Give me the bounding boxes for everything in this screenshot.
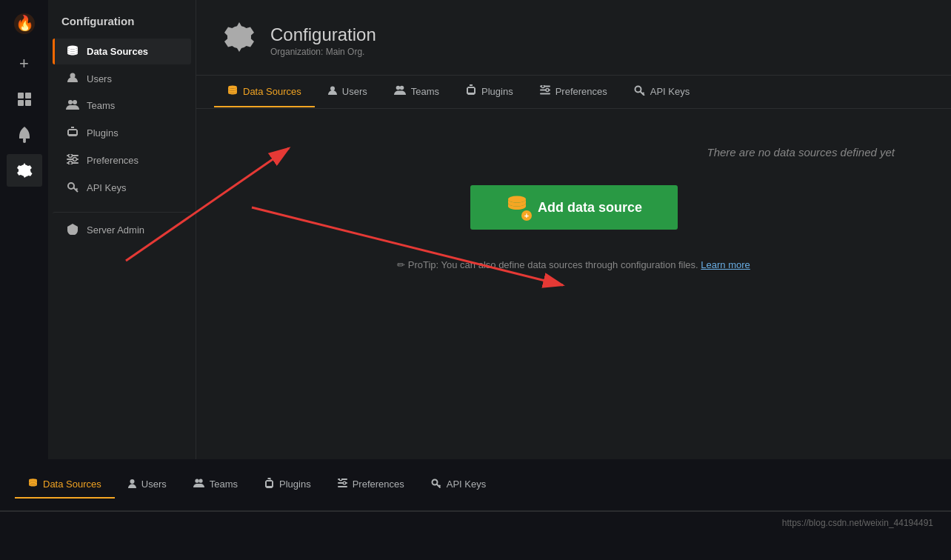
- user-icon: [66, 72, 79, 85]
- sidebar-label-preferences: Preferences: [87, 155, 139, 166]
- svg-rect-5: [25, 100, 31, 106]
- sidebar-label-api-keys: API Keys: [87, 182, 126, 193]
- tab-label-data-sources: Data Sources: [243, 86, 301, 97]
- tab-datasources-icon: [227, 85, 238, 97]
- sidebar-item-api-keys[interactable]: API Keys: [53, 174, 191, 201]
- svg-point-11: [73, 100, 77, 104]
- sidebar-item-users[interactable]: Users: [53, 65, 191, 92]
- bottom-tab-plugins-icon: [264, 478, 274, 490]
- tab-label-plugins: Plugins: [481, 86, 513, 97]
- plus-badge: +: [521, 210, 532, 221]
- plugins-icon: [66, 126, 79, 140]
- dashboards-icon[interactable]: [7, 83, 42, 116]
- svg-rect-3: [25, 93, 31, 99]
- tab-preferences[interactable]: Preferences: [527, 76, 621, 107]
- page-header: Configuration Organization: Main Org.: [196, 0, 951, 76]
- tab-api-keys-icon: [634, 84, 645, 98]
- svg-point-41: [343, 481, 346, 484]
- svg-point-16: [73, 158, 77, 161]
- bottom-tab-label-teams: Teams: [210, 479, 238, 490]
- svg-point-36: [198, 479, 202, 483]
- tab-teams[interactable]: Teams: [381, 76, 453, 107]
- svg-point-10: [68, 100, 73, 104]
- svg-rect-2: [18, 93, 24, 99]
- database-icon: [66, 45, 79, 58]
- svg-point-27: [546, 89, 549, 92]
- add-datasource-button[interactable]: + Add data source: [470, 185, 678, 230]
- tab-preferences-icon: [540, 85, 550, 97]
- sidebar-item-preferences[interactable]: Preferences: [53, 147, 191, 173]
- sidebar-label-users: Users: [87, 73, 112, 84]
- svg-point-29: [508, 196, 526, 203]
- svg-point-17: [69, 161, 73, 165]
- bottom-tab-api-keys[interactable]: API Keys: [418, 470, 499, 499]
- main-content: Configuration Organization: Main Org. Da…: [196, 0, 951, 459]
- page-subtitle: Organization: Main Org.: [270, 47, 376, 57]
- svg-point-33: [29, 479, 37, 481]
- server-admin-icon: [66, 223, 79, 237]
- new-icon[interactable]: +: [7, 47, 42, 80]
- bottom-tab-users[interactable]: Users: [115, 471, 180, 499]
- svg-rect-4: [18, 100, 24, 106]
- alerting-icon[interactable]: [7, 119, 42, 151]
- url-text: https://blog.csdn.net/weixin_44194491: [782, 518, 933, 528]
- tabs-bar: Data Sources Users Teams: [196, 76, 951, 109]
- bottom-tab-plugins[interactable]: Plugins: [251, 470, 324, 499]
- svg-point-22: [399, 86, 404, 90]
- bottom-tab-users-icon: [128, 479, 136, 490]
- svg-point-28: [635, 87, 641, 93]
- tab-plugins-icon: [466, 84, 476, 98]
- sidebar-label-server-admin: Server Admin: [87, 224, 144, 236]
- bottom-tab-teams[interactable]: Teams: [180, 471, 251, 499]
- svg-text:🔥: 🔥: [15, 14, 33, 32]
- tab-plugins[interactable]: Plugins: [453, 76, 527, 108]
- sidebar-label-teams: Teams: [87, 100, 115, 111]
- sidebar-label-plugins: Plugins: [87, 127, 119, 139]
- bottom-tab-preferences[interactable]: Preferences: [324, 471, 418, 499]
- svg-point-20: [330, 86, 335, 90]
- tab-label-users: Users: [342, 86, 367, 97]
- page-title: Configuration: [270, 24, 376, 45]
- sidebar-item-teams[interactable]: Teams: [53, 93, 191, 119]
- logo-icon[interactable]: 🔥: [7, 7, 42, 40]
- tab-label-teams: Teams: [411, 86, 439, 97]
- svg-point-15: [69, 154, 73, 158]
- svg-point-8: [67, 46, 78, 50]
- sub-sidebar: Configuration Data Sources Users: [48, 0, 196, 459]
- tab-data-sources[interactable]: Data Sources: [214, 76, 315, 107]
- svg-point-19: [228, 86, 237, 89]
- bottom-tab-label-users: Users: [141, 479, 167, 490]
- svg-point-21: [396, 86, 400, 90]
- tab-teams-icon: [394, 85, 406, 97]
- protip-text: ✏ ProTip: You can also define data sourc…: [397, 259, 750, 270]
- learn-more-link[interactable]: Learn more: [701, 259, 750, 270]
- content-area: There are no data sources defined yet + …: [196, 109, 951, 293]
- bottom-tab-label-preferences: Preferences: [353, 479, 404, 490]
- preferences-icon: [66, 154, 79, 167]
- svg-point-26: [541, 85, 544, 88]
- svg-rect-39: [338, 486, 347, 487]
- protip-message: ✏ ProTip: You can also define data sourc…: [397, 259, 698, 270]
- tab-users-icon: [328, 85, 337, 98]
- sidebar-item-server-admin[interactable]: Server Admin: [53, 212, 191, 244]
- url-bar: https://blog.csdn.net/weixin_44194491: [0, 512, 951, 534]
- tab-users[interactable]: Users: [315, 76, 381, 108]
- bottom-tab-api-icon: [431, 478, 441, 490]
- svg-point-42: [432, 480, 437, 485]
- sidebar-item-data-sources[interactable]: Data Sources: [53, 39, 191, 64]
- page-header-text: Configuration Organization: Main Org.: [270, 24, 376, 57]
- tab-api-keys[interactable]: API Keys: [621, 76, 703, 108]
- bottom-tab-label-api-keys: API Keys: [447, 479, 486, 490]
- bottom-tab-data-sources[interactable]: Data Sources: [15, 471, 115, 499]
- add-datasource-icon: +: [505, 196, 529, 219]
- configuration-icon[interactable]: [7, 154, 42, 187]
- add-datasource-label: Add data source: [538, 200, 642, 216]
- bottom-tabs: Data Sources Users Teams: [0, 459, 951, 511]
- bottom-tab-teams-icon: [193, 479, 204, 490]
- bottom-tab-label-plugins: Plugins: [279, 479, 311, 490]
- svg-point-7: [23, 140, 26, 143]
- teams-icon: [66, 99, 79, 112]
- tab-label-api-keys: API Keys: [650, 86, 690, 97]
- empty-state-message: There are no data sources defined yet: [707, 146, 895, 159]
- sidebar-item-plugins[interactable]: Plugins: [53, 119, 191, 147]
